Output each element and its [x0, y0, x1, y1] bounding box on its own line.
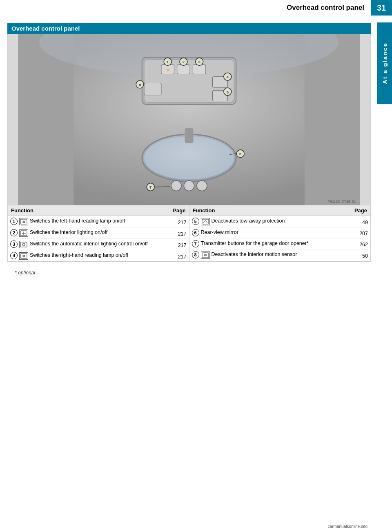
svg-rect-22 [144, 83, 161, 95]
svg-point-31 [171, 180, 181, 191]
row-number: 3 [10, 240, 18, 248]
svg-text:⊠: ⊠ [22, 254, 25, 258]
chapter-tab: At a glance [377, 22, 392, 104]
svg-text:1: 1 [167, 60, 169, 64]
row-number: 7 [192, 240, 199, 247]
function-cell: 6Rear-view mirror [189, 227, 351, 238]
function-cell: 7Transmitter buttons for the garage door… [189, 238, 351, 249]
tow-protection-icon [201, 218, 210, 225]
page-header: Overhead control panel 31 [0, 0, 392, 16]
table-row: 7Transmitter buttons for the garage door… [189, 238, 371, 249]
svg-point-33 [197, 180, 207, 191]
svg-rect-27 [185, 128, 194, 143]
row-number: 1 [10, 218, 18, 225]
left-table: Function Page 1⊠Switches the left-hand r… [8, 205, 189, 261]
right-table: Function Page 5Deactivates tow-away prot… [189, 205, 371, 261]
row-number: 6 [192, 229, 199, 236]
svg-text:4: 4 [227, 75, 229, 79]
svg-text:3: 3 [198, 60, 200, 64]
function-text: Rear-view mirror [201, 229, 238, 236]
function-text: Switches the automatic interior lighting… [30, 240, 148, 247]
row-number: 5 [192, 218, 199, 225]
svg-point-32 [184, 180, 194, 191]
svg-text:🔆: 🔆 [166, 68, 170, 72]
function-text: Transmitter buttons for the garage door … [201, 240, 309, 247]
page-number: 31 [371, 0, 392, 16]
left-function-header: Function [8, 205, 169, 216]
function-text: Switches the right-hand reading lamp on/… [30, 252, 128, 259]
svg-text:6: 6 [239, 151, 241, 156]
function-text: Switches the left-hand reading lamp on/o… [30, 218, 125, 225]
svg-text:2: 2 [183, 60, 185, 64]
overhead-panel-diagram: 🔆 1 2 3 4 5 8 [8, 34, 370, 205]
svg-text:8: 8 [139, 82, 141, 87]
function-text: Switches the interior lighting on/off [30, 229, 107, 236]
function-cell: 1⊠Switches the left-hand reading lamp on… [8, 216, 169, 227]
page-value: 217 [169, 250, 189, 262]
table-row: 1⊠Switches the left-hand reading lamp on… [8, 216, 189, 227]
svg-rect-8 [177, 65, 190, 74]
page-value: 217 [169, 239, 189, 250]
function-cell: 8Deactivates the interior motion sensor [189, 249, 351, 261]
main-content: Overhead control panel [0, 16, 392, 283]
page-value: 217 [169, 216, 189, 227]
function-cell: 5Deactivates tow-away protection [189, 216, 351, 227]
diagram-container: 🔆 1 2 3 4 5 8 [7, 34, 371, 205]
footer-note: * optional [7, 270, 371, 276]
svg-rect-9 [193, 65, 205, 74]
interior-light-icon [19, 229, 28, 237]
function-text: Deactivates the interior motion sensor [212, 251, 297, 258]
table-row: 6Rear-view mirror207 [189, 227, 371, 238]
table-row: 2Switches the interior lighting on/off21… [8, 227, 189, 239]
chapter-label: At a glance [381, 42, 388, 84]
svg-text:⊠: ⊠ [22, 220, 25, 224]
right-page-header: Page [351, 205, 370, 216]
auto-light-icon [19, 241, 28, 248]
page-value: 217 [169, 227, 189, 239]
tables-area: Function Page 1⊠Switches the left-hand r… [7, 205, 371, 262]
page-value: 49 [351, 216, 370, 227]
section-heading: Overhead control panel [7, 23, 371, 34]
left-page-header: Page [169, 205, 189, 216]
right-function-header: Function [189, 205, 351, 216]
page-value: 50 [351, 249, 370, 261]
table-row: 4⊠Switches the right-hand reading lamp o… [8, 250, 189, 262]
row-number: 4 [10, 252, 18, 259]
table-row: 3Switches the automatic interior lightin… [8, 239, 189, 250]
svg-text:7: 7 [149, 185, 151, 189]
motion-sensor-icon [201, 252, 210, 259]
watermark: carmanualsonline.info [328, 524, 368, 529]
function-text: Deactivates tow-away protection [212, 218, 285, 225]
row-number: 8 [192, 251, 199, 258]
header-title: Overhead control panel [0, 0, 371, 16]
svg-text:5: 5 [227, 90, 229, 94]
lamp-left-icon: ⊠ [19, 218, 28, 225]
page-value: 207 [351, 227, 370, 238]
function-cell: 3Switches the automatic interior lightin… [8, 239, 169, 250]
function-cell: 2Switches the interior lighting on/off [8, 227, 169, 239]
lamp-right-icon: ⊠ [19, 252, 28, 260]
svg-rect-47 [202, 219, 209, 224]
svg-point-44 [22, 243, 25, 246]
row-number: 2 [10, 229, 18, 236]
svg-rect-43 [20, 242, 27, 247]
svg-text:PB2.00-Z745-31: PB2.00-Z745-31 [327, 199, 356, 204]
page-value: 262 [351, 238, 370, 249]
table-row: 5Deactivates tow-away protection49 [189, 216, 371, 227]
function-cell: 4⊠Switches the right-hand reading lamp o… [8, 250, 169, 262]
table-row: 8Deactivates the interior motion sensor5… [189, 249, 371, 261]
